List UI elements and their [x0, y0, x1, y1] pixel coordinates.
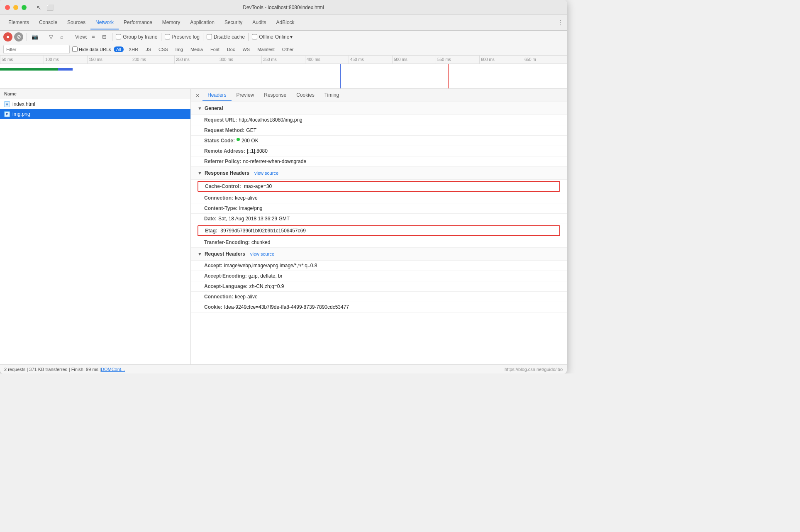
status-code-row: Status Code: 200 OK [191, 136, 567, 146]
throttle-select[interactable]: Online ▾ [275, 34, 293, 40]
general-section-label: General [205, 105, 223, 111]
status-dot [237, 138, 240, 141]
preserve-log-checkbox[interactable]: Preserve log [165, 34, 200, 40]
filter-type-manifest[interactable]: Manifest [255, 46, 277, 52]
status-code-key: Status Code: [204, 138, 235, 144]
tick-650ms: 650 m [523, 56, 566, 63]
connection2-value: keep-alive [235, 294, 258, 300]
list-view-button[interactable]: ≡ [89, 32, 98, 41]
tab-memory[interactable]: Memory [157, 16, 185, 29]
device-icon[interactable]: ⬜ [46, 4, 54, 11]
content-type-row: Content-Type: image/png [191, 203, 567, 214]
group-by-frame-checkbox[interactable]: Group by frame [116, 34, 157, 40]
camera-button[interactable]: 📷 [30, 32, 39, 41]
tab-application[interactable]: Application [185, 16, 220, 29]
file-name-html: index.html [12, 101, 35, 107]
filter-type-xhr[interactable]: XHR [126, 46, 141, 52]
request-headers-section-label: Request Headers [205, 251, 245, 257]
filter-bar: Hide data URLs All XHR JS CSS Img Media … [0, 43, 567, 56]
tick-450ms: 450 ms [349, 56, 392, 63]
response-headers-view-source[interactable]: view source [254, 171, 278, 176]
remote-address-value: [::1]:8080 [247, 148, 268, 154]
network-toolbar: ● ⊘ 📷 ▽ ⌕ View: ≡ ⊟ Group by frame Prese… [0, 31, 567, 43]
file-list-header: Name [0, 89, 190, 99]
filter-type-js[interactable]: JS [143, 46, 154, 52]
maximize-button[interactable] [22, 5, 27, 10]
disable-cache-checkbox[interactable]: Disable cache [207, 34, 245, 40]
filter-button[interactable]: ▽ [46, 32, 56, 41]
panel-tab-headers[interactable]: Headers [202, 90, 231, 101]
transfer-encoding-row: Transfer-Encoding: chunked [191, 237, 567, 248]
devtools-tab-bar: Elements Console Sources Network Perform… [0, 15, 567, 31]
search-button[interactable]: ⌕ [57, 32, 66, 41]
title-bar: ↖ ⬜ DevTools - localhost:8080/index.html [0, 0, 567, 15]
cache-control-value: max-age=30 [244, 183, 272, 189]
panel-close-button[interactable]: × [193, 90, 202, 100]
status-code-value: 200 OK [241, 138, 259, 144]
cookie-value: Idea-9249cfce=43b7f9de-ffa8-4499-8739-78… [224, 304, 349, 310]
hide-data-urls-checkbox[interactable]: Hide data URLs [72, 46, 111, 52]
accept-language-row: Accept-Language: zh-CN,zh;q=0.9 [191, 281, 567, 292]
png-file-icon: P [4, 111, 10, 117]
panel-tab-bar: × Headers Preview Response Cookies Timin… [191, 89, 567, 102]
tab-sources[interactable]: Sources [62, 16, 90, 29]
minimize-button[interactable] [13, 5, 18, 10]
tab-security[interactable]: Security [220, 16, 247, 29]
request-headers-view-source[interactable]: view source [250, 251, 274, 256]
date-key: Date: [204, 216, 217, 222]
panel-tab-timing[interactable]: Timing [320, 90, 344, 101]
title-bar-icons: ↖ ⬜ [37, 4, 54, 11]
filter-type-css[interactable]: CSS [156, 46, 171, 52]
file-item-html[interactable]: H index.html [0, 99, 190, 109]
record-button[interactable]: ● [3, 32, 12, 41]
tab-elements[interactable]: Elements [3, 16, 34, 29]
cookie-key: Cookie: [204, 304, 222, 310]
filter-type-img[interactable]: Img [173, 46, 185, 52]
cursor-icon[interactable]: ↖ [37, 4, 41, 11]
tick-500ms: 500 ms [392, 56, 436, 63]
tab-performance[interactable]: Performance [119, 16, 157, 29]
timeline-area: 50 ms 100 ms 150 ms 200 ms 250 ms 300 ms… [0, 56, 567, 89]
panel-tab-cookies[interactable]: Cookies [291, 90, 319, 101]
content-type-key: Content-Type: [204, 205, 237, 211]
window-title: DevTools - localhost:8080/index.html [243, 5, 324, 10]
traffic-lights [5, 5, 27, 10]
tick-550ms: 550 ms [436, 56, 479, 63]
timeline-bar-html [0, 68, 58, 71]
tick-50ms: 50 ms [0, 56, 44, 63]
accept-language-value: zh-CN,zh;q=0.9 [249, 283, 284, 289]
file-name-png: img.png [12, 111, 30, 117]
tab-audits[interactable]: Audits [247, 16, 271, 29]
toolbar-divider-2 [43, 33, 43, 41]
view-label: View: [75, 34, 87, 40]
file-item-png[interactable]: P img.png [0, 109, 190, 119]
stop-button[interactable]: ⊘ [14, 32, 23, 41]
accept-encoding-value: gzip, deflate, br [249, 273, 283, 279]
domcontent-link[interactable]: DOMCont... [101, 367, 125, 372]
tab-adblock[interactable]: AdBlock [271, 16, 300, 29]
status-bar-right: https://blog.csn.net/guido/ibo [505, 367, 563, 372]
filter-type-doc[interactable]: Doc [224, 46, 238, 52]
close-button[interactable] [5, 5, 10, 10]
detail-view-button[interactable]: ⊟ [100, 32, 109, 41]
filter-input[interactable] [3, 45, 70, 54]
accept-encoding-key: Accept-Encoding: [204, 273, 247, 279]
tick-250ms: 250 ms [174, 56, 218, 63]
response-headers-toggle-icon[interactable]: ▼ [198, 171, 202, 176]
filter-type-font[interactable]: Font [208, 46, 222, 52]
panel-tab-response[interactable]: Response [259, 90, 291, 101]
filter-type-all[interactable]: All [114, 46, 124, 52]
filter-type-other[interactable]: Other [280, 46, 296, 52]
filter-type-ws[interactable]: WS [240, 46, 252, 52]
offline-checkbox[interactable]: Offline [252, 34, 273, 40]
tab-console[interactable]: Console [34, 16, 62, 29]
tab-network[interactable]: Network [90, 16, 119, 29]
general-toggle-icon[interactable]: ▼ [198, 106, 202, 111]
timeline-content [0, 64, 567, 89]
filter-type-media[interactable]: Media [188, 46, 205, 52]
date-value: Sat, 18 Aug 2018 13:36:29 GMT [218, 216, 290, 222]
response-headers-section-label: Response Headers [205, 170, 249, 176]
request-headers-toggle-icon[interactable]: ▼ [198, 251, 202, 256]
panel-tab-preview[interactable]: Preview [232, 90, 259, 101]
more-options-icon[interactable]: ⋮ [557, 19, 563, 27]
